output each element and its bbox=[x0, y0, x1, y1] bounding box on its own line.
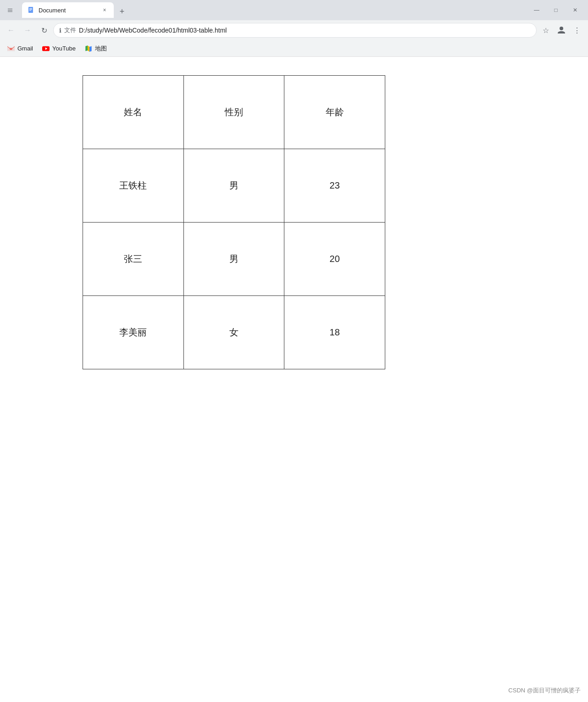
minimize-button[interactable]: — bbox=[527, 3, 546, 17]
address-icon: ℹ bbox=[59, 27, 61, 34]
toolbar: ← → ↻ ℹ 文件 ☆ ⋮ bbox=[0, 20, 588, 40]
bookmark-youtube-label: YouTube bbox=[52, 45, 76, 52]
bookmark-button[interactable]: ☆ bbox=[538, 23, 553, 38]
close-button[interactable]: ✕ bbox=[566, 3, 584, 17]
svg-point-4 bbox=[560, 27, 563, 30]
table-cell: 男 bbox=[183, 149, 284, 223]
data-table: 姓名性别年龄王铁柱男23张三男20李美丽女18 bbox=[83, 75, 385, 369]
gmail-favicon: M bbox=[7, 45, 15, 52]
table-cell: 女 bbox=[183, 296, 284, 369]
forward-button[interactable]: → bbox=[20, 23, 35, 38]
browser-window: Document × + — □ ✕ ← → ↻ ℹ 文件 ☆ bbox=[0, 0, 588, 702]
bookmark-maps-label: 地图 bbox=[95, 45, 107, 53]
svg-marker-12 bbox=[89, 46, 92, 51]
title-bar: Document × + — □ ✕ bbox=[0, 0, 588, 20]
window-controls: — □ ✕ bbox=[527, 3, 584, 17]
active-tab[interactable]: Document × bbox=[22, 2, 114, 18]
tab-favicon bbox=[28, 6, 35, 14]
bookmarks-bar: M Gmail YouTube bbox=[0, 40, 588, 57]
table-cell: 张三 bbox=[83, 223, 184, 296]
table-row: 张三男20 bbox=[83, 223, 385, 296]
table-header-row: 姓名性别年龄 bbox=[83, 76, 385, 149]
bookmark-maps[interactable]: 地图 bbox=[81, 43, 111, 55]
svg-rect-1 bbox=[29, 8, 32, 9]
table-header-cell: 年龄 bbox=[284, 76, 385, 149]
maps-favicon bbox=[85, 45, 92, 52]
tab-list-button[interactable] bbox=[4, 4, 17, 17]
table-cell: 23 bbox=[284, 149, 385, 223]
page-content: 姓名性别年龄王铁柱男23张三男20李美丽女18 bbox=[0, 57, 588, 702]
table-row: 王铁柱男23 bbox=[83, 149, 385, 223]
svg-rect-3 bbox=[29, 10, 31, 11]
maximize-button[interactable]: □ bbox=[547, 3, 565, 17]
reload-button[interactable]: ↻ bbox=[37, 23, 51, 38]
back-button[interactable]: ← bbox=[4, 23, 18, 38]
svg-marker-10 bbox=[85, 45, 88, 51]
table-wrapper: 姓名性别年龄王铁柱男23张三男20李美丽女18 bbox=[83, 75, 385, 369]
svg-rect-0 bbox=[28, 7, 33, 13]
table-cell: 李美丽 bbox=[83, 296, 184, 369]
table-header-cell: 性别 bbox=[183, 76, 284, 149]
table-cell: 男 bbox=[183, 223, 284, 296]
address-input[interactable] bbox=[79, 27, 531, 34]
address-bar-container[interactable]: ℹ 文件 bbox=[53, 23, 537, 38]
new-tab-button[interactable]: + bbox=[116, 5, 128, 18]
bookmark-gmail[interactable]: M Gmail bbox=[4, 43, 37, 55]
table-header-cell: 姓名 bbox=[83, 76, 184, 149]
address-prefix: 文件 bbox=[64, 26, 76, 34]
table-cell: 王铁柱 bbox=[83, 149, 184, 223]
tab-close-button[interactable]: × bbox=[101, 6, 108, 14]
profile-button[interactable] bbox=[554, 23, 569, 38]
table-cell: 20 bbox=[284, 223, 385, 296]
title-bar-left bbox=[4, 4, 17, 17]
youtube-favicon bbox=[42, 45, 50, 52]
bookmark-youtube[interactable]: YouTube bbox=[39, 43, 79, 55]
svg-rect-2 bbox=[29, 9, 32, 10]
table-cell: 18 bbox=[284, 296, 385, 369]
menu-button[interactable]: ⋮ bbox=[570, 23, 584, 38]
tab-title: Document bbox=[39, 7, 97, 14]
table-row: 李美丽女18 bbox=[83, 296, 385, 369]
watermark: CSDN @面目可憎的疯婆子 bbox=[508, 686, 581, 695]
tab-bar: Document × + bbox=[18, 2, 526, 18]
toolbar-actions: ☆ ⋮ bbox=[538, 23, 584, 38]
svg-text:M: M bbox=[10, 47, 12, 50]
bookmark-gmail-label: Gmail bbox=[17, 45, 33, 52]
